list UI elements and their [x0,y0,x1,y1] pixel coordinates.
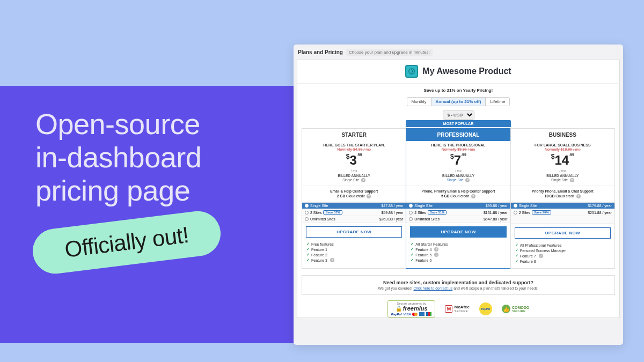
feature-item: ✓Free features [306,241,401,247]
breadcrumb: Plans and Pricing Choose your plan and u… [297,48,620,59]
plan-business: BUSINESSFOR LARGE SCALE BUSINESSNormally… [510,128,615,269]
tier-label: 2 Sites [519,211,530,215]
plan-desc: FOR LARGE SCALE BUSINESS [511,141,614,147]
upgrade-button[interactable]: UPGRADE NOW [410,226,506,238]
paypal-seal-icon: PayPal [479,302,492,315]
freemius-text: freemius [403,305,428,312]
pricing-plans: STARTERHERE GOES THE STARTER PLAN.Normal… [302,128,615,269]
check-icon: ✓ [306,258,310,262]
upgrade-button[interactable]: UPGRADE NOW [306,226,402,238]
plan-starter: STARTERHERE GOES THE STARTER PLAN.Normal… [302,128,406,269]
tier-label: 2 Sites [310,211,321,215]
tier-row-empty [511,216,614,224]
save-banner: Save up to 21% on Yearly Pricing! [297,84,619,97]
check-icon: ✓ [515,248,518,253]
info-icon[interactable]: ? [465,178,470,182]
info-icon[interactable]: ? [471,194,475,198]
plan-strike-price: Normally $4.99 / mo [302,147,406,152]
jcb-icon [426,312,431,316]
save-badge: Save 31% [428,210,447,215]
lock-icon: 🔒 [396,306,402,312]
info-icon[interactable]: ? [434,253,438,257]
tier-row[interactable]: Unlimited Sites$263.88 / year [302,216,406,223]
tab-lifetime[interactable]: Lifetime [486,98,509,106]
feature-item: ✓Feature 1 [306,247,401,252]
feature-item: ✓Personal Success Manager [515,248,610,253]
billing-cycle-tabs: Monthly Annual (up to 21% off) Lifetime [407,97,510,106]
tier-list: Single Site$179.88 / year2 SitesSave 29%… [511,202,614,224]
amex-icon [419,312,425,316]
page-subtitle: Choose your plan and upgrade in minutes! [346,49,433,56]
headline-line: in-dashboard [35,141,201,173]
info-icon[interactable]: ? [361,178,365,182]
feature-item: ✓Feature 2 [306,252,401,257]
plan-desc: HERE IS THE PROFESSIONAL [406,141,510,147]
comodo-badge: 👍 COMODOSECURE [502,305,529,313]
check-icon: ✓ [515,243,518,247]
tier-price: $251.88 / year [588,211,612,215]
cloud-credit: 5 GB Cloud credit ? [406,194,510,202]
info-icon[interactable]: ? [434,247,438,252]
tier-price: $647.88 / year [484,217,508,221]
feature-item: ✓Feature 3? [306,257,401,263]
plan-professional: MOST POPULARPROFESSIONALHERE IS THE PROF… [406,128,510,269]
page-title: Plans and Pricing [298,49,343,55]
info-icon[interactable]: ? [330,258,334,262]
tab-annual[interactable]: Annual (up to 21% off) [431,98,486,106]
custom-heading: Need more sites, custom implementation a… [306,280,610,285]
radio-icon [514,211,517,215]
tier-price: $47.88 / year [381,204,403,208]
tier-row[interactable]: Single Site$179.88 / year [511,203,614,209]
tier-list: Single Site$47.88 / year2 SitesSave 37%$… [302,202,406,223]
plan-desc: HERE GOES THE STARTER PLAN. [302,141,406,147]
currency-select[interactable]: $ - USD [443,110,474,120]
tier-row[interactable]: Single Site$47.88 / year [302,203,406,209]
tier-row[interactable]: Single Site$95.88 / year [406,203,510,209]
radio-icon [409,217,413,221]
product-logo-icon [405,65,418,78]
check-icon: ✓ [411,242,414,246]
tier-price: $263.88 / year [379,217,404,221]
promo-headline: Open-source in-dashboard pricing page [35,107,201,207]
tier-row[interactable]: 2 SitesSave 29%$251.88 / year [511,209,614,216]
tier-label: Single Site [519,204,537,208]
tier-price: $59.88 / year [381,211,403,215]
tier-price: $95.88 / year [486,204,508,208]
support-level: Phone, Priority Email & Help Center Supp… [406,186,510,194]
cloud-credit: 2 GB Cloud credit ? [302,194,406,202]
plan-strike-price: Normally $9.99 / mo [406,147,510,152]
product-name: My Awesome Product [422,67,511,76]
mcafee-shield-icon: M [445,305,452,313]
info-icon[interactable]: ? [367,194,371,198]
check-icon: ✓ [306,253,310,257]
tier-row[interactable]: 2 SitesSave 31%$131.88 / year [406,209,510,216]
feature-item: ✓Feature 7? [515,253,610,258]
cloud-credit: 10 GB Cloud credit ? [511,194,614,202]
check-icon: ✓ [411,247,414,252]
tier-label: Unlimited Sites [310,217,335,221]
contact-link[interactable]: Click here to contact us [413,286,452,290]
plan-price: $14.99/ mo [511,152,614,174]
save-badge: Save 37% [323,210,342,215]
tab-monthly[interactable]: Monthly [407,98,431,106]
radio-icon [305,217,309,221]
custom-text: We got you covered! Click here to contac… [306,286,610,290]
upgrade-button[interactable]: UPGRADE NOW [515,227,611,239]
site-count: Single Site ? [302,178,406,186]
radio-icon [305,204,309,208]
most-popular-ribbon: MOST POPULAR [406,120,510,127]
info-icon[interactable]: ? [539,254,543,258]
info-icon[interactable]: ? [570,178,574,182]
feature-item: ✓All Starter Features [411,241,506,247]
feature-list: ✓All Starter Features✓Feature 4?✓Feature… [406,241,510,267]
feature-item: ✓Feature 5? [411,252,506,257]
site-count: Single Site ? [406,178,510,186]
plan-name: BUSINESS [511,129,614,141]
plan-strike-price: Normally $19.99 / mo [511,147,614,152]
tier-row[interactable]: 2 SitesSave 37%$59.88 / year [302,209,406,216]
info-icon[interactable]: ? [576,194,581,198]
visa-icon: VISA [403,313,411,316]
plan-name: PROFESSIONAL [406,129,510,141]
feature-item: ✓Feature 6 [411,257,506,263]
tier-row[interactable]: Unlimited Sites$647.88 / year [406,216,510,223]
